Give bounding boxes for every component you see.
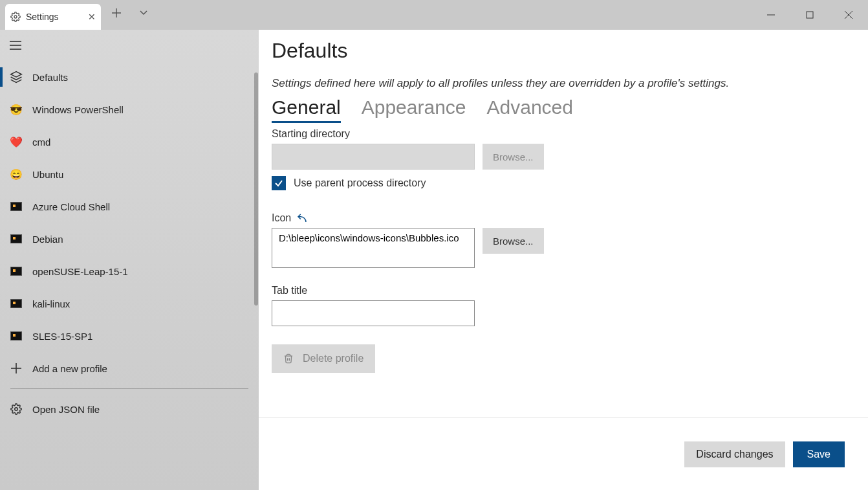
- tab-title: Settings: [26, 12, 83, 22]
- sidebar-item-powershell[interactable]: 😎 Windows PowerShell: [0, 93, 259, 126]
- sidebar-item-label: Debian: [32, 234, 63, 245]
- maximize-button[interactable]: [790, 0, 829, 30]
- sidebar-divider: [10, 388, 248, 389]
- starting-directory-label: Starting directory: [272, 128, 855, 140]
- tab-bar: General Appearance Advanced: [272, 96, 855, 123]
- svg-marker-10: [11, 72, 22, 77]
- icon-input[interactable]: [272, 228, 475, 268]
- hamburger-button[interactable]: [0, 30, 31, 61]
- sidebar-item-kali[interactable]: kali-linux: [0, 287, 259, 320]
- sidebar-item-label: openSUSE-Leap-15-1: [32, 266, 128, 277]
- page-description: Settings defined here will apply to all …: [272, 77, 855, 90]
- sidebar-item-label: Open JSON file: [32, 404, 100, 415]
- gear-icon: [9, 402, 23, 416]
- profile-icon: [9, 199, 23, 214]
- sidebar-item-label: kali-linux: [32, 298, 70, 309]
- svg-point-13: [15, 408, 18, 411]
- delete-profile-button[interactable]: Delete profile: [272, 344, 375, 373]
- close-tab-icon[interactable]: ✕: [88, 12, 96, 22]
- plus-icon: [9, 361, 23, 375]
- new-tab-button[interactable]: [110, 0, 123, 26]
- icon-browse-button[interactable]: Browse...: [483, 228, 544, 254]
- heart-icon: ❤️: [9, 135, 23, 149]
- svg-point-0: [14, 16, 17, 18]
- sidebar-item-opensuse[interactable]: openSUSE-Leap-15-1: [0, 255, 259, 287]
- sidebar-item-label: cmd: [32, 137, 50, 148]
- page-title: Defaults: [272, 39, 855, 63]
- discard-button[interactable]: Discard changes: [684, 441, 785, 467]
- tab-advanced[interactable]: Advanced: [487, 96, 573, 123]
- dropdown-button[interactable]: [137, 0, 150, 26]
- delete-profile-label: Delete profile: [303, 353, 363, 364]
- sidebar-item-label: Add a new profile: [32, 363, 107, 374]
- emoji-cool-icon: 😎: [9, 102, 23, 117]
- tab-general[interactable]: General: [272, 96, 341, 123]
- icon-label: Icon: [272, 212, 855, 224]
- tab-appearance[interactable]: Appearance: [362, 96, 466, 123]
- sidebar-scrollbar[interactable]: [254, 60, 259, 451]
- emoji-smile-icon: 😄: [9, 167, 23, 181]
- use-parent-checkbox-row[interactable]: Use parent process directory: [272, 176, 855, 190]
- sidebar-item-sles[interactable]: SLES-15-SP1: [0, 320, 259, 352]
- footer: Discard changes Save: [259, 418, 868, 490]
- trash-icon: [283, 353, 294, 364]
- profile-icon: [9, 232, 23, 246]
- app-tab[interactable]: Settings ✕: [5, 4, 101, 30]
- sidebar-item-add-profile[interactable]: Add a new profile: [0, 352, 259, 384]
- save-button[interactable]: Save: [793, 441, 845, 467]
- sidebar-item-open-json[interactable]: Open JSON file: [0, 393, 259, 425]
- sidebar: Defaults 😎 Windows PowerShell ❤️ cmd 😄 U…: [0, 30, 259, 490]
- title-bar: Settings ✕: [0, 0, 868, 30]
- gear-icon: [10, 12, 21, 22]
- profile-icon: [9, 296, 23, 311]
- svg-rect-4: [807, 12, 813, 18]
- close-button[interactable]: [829, 0, 868, 30]
- profile-icon: [9, 329, 23, 343]
- sidebar-list: Defaults 😎 Windows PowerShell ❤️ cmd 😄 U…: [0, 61, 259, 490]
- starting-directory-input[interactable]: [272, 144, 475, 170]
- sidebar-item-label: Windows PowerShell: [32, 104, 124, 115]
- reset-icon[interactable]: [296, 212, 308, 224]
- sidebar-item-label: Azure Cloud Shell: [32, 201, 110, 212]
- profile-icon: [9, 264, 23, 278]
- layers-icon: [9, 70, 23, 84]
- sidebar-item-defaults[interactable]: Defaults: [0, 61, 259, 93]
- sidebar-item-ubuntu[interactable]: 😄 Ubuntu: [0, 158, 259, 190]
- checkbox-checked-icon[interactable]: [272, 176, 286, 190]
- sidebar-item-cmd[interactable]: ❤️ cmd: [0, 126, 259, 158]
- tab-title-input[interactable]: [272, 300, 475, 326]
- sidebar-item-label: Defaults: [32, 72, 68, 83]
- content-area: Defaults Settings defined here will appl…: [259, 30, 868, 490]
- sidebar-item-label: SLES-15-SP1: [32, 331, 92, 342]
- sidebar-item-azure[interactable]: Azure Cloud Shell: [0, 190, 259, 223]
- sidebar-item-label: Ubuntu: [32, 169, 63, 180]
- tab-title-label: Tab title: [272, 285, 855, 296]
- starting-directory-browse-button[interactable]: Browse...: [483, 144, 544, 170]
- minimize-button[interactable]: [752, 0, 790, 30]
- use-parent-checkbox-label: Use parent process directory: [294, 177, 426, 189]
- sidebar-item-debian[interactable]: Debian: [0, 223, 259, 255]
